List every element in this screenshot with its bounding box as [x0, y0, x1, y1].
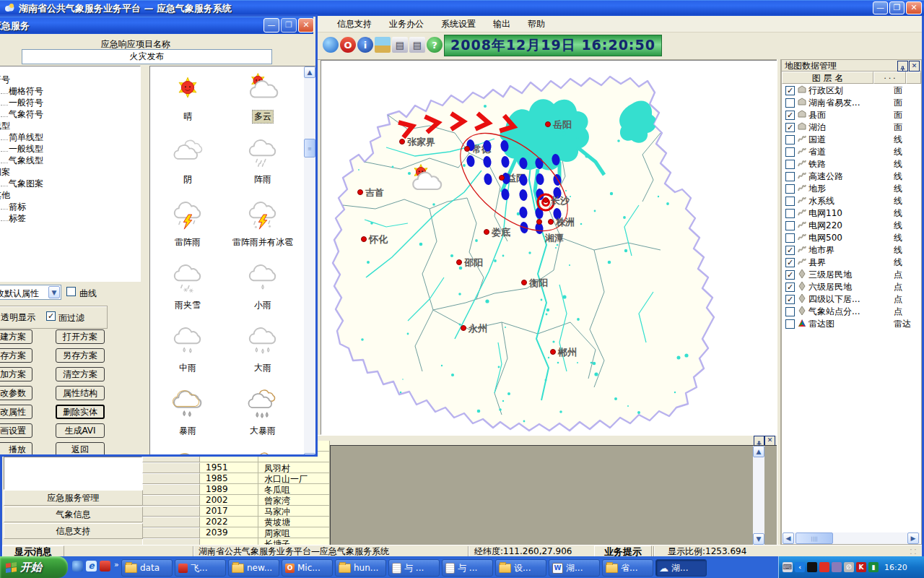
layer-row-气象站点分...[interactable]: 气象站点分...点 — [783, 306, 920, 318]
dialog-button-清空方案[interactable]: 清空方案 — [56, 367, 105, 381]
weather-item-暴雨[interactable]: 暴雨 — [152, 387, 224, 437]
table-row[interactable]: 1989冬瓜咀 — [142, 484, 330, 495]
layer-row-电网500[interactable]: 电网500线 — [783, 232, 920, 244]
layer-checkbox[interactable] — [785, 172, 795, 181]
task-button-飞...[interactable]: 飞... — [175, 559, 226, 577]
menu-item-系统设置[interactable]: 系统设置 — [432, 16, 484, 33]
tree-leaf-栅格符号[interactable]: 栅格符号 — [0, 85, 140, 97]
weather-item-阴[interactable]: 阴 — [152, 135, 224, 186]
symbol-tree-panel[interactable]: 符号栅格符号一般符号气象符号线型简单线型一般线型气象线型图案气象图案其他箭标标签 — [0, 66, 141, 282]
dialog-button-建方案[interactable]: 建方案 — [0, 329, 32, 344]
dialog-button-打开方案[interactable]: 打开方案 — [56, 329, 105, 344]
pin-icon[interactable] — [754, 436, 764, 446]
close-button[interactable]: ✕ — [906, 1, 922, 14]
tree-leaf-气象图案[interactable]: 气象图案 — [0, 178, 140, 189]
network-icon[interactable] — [832, 562, 842, 572]
layer-checkbox[interactable] — [785, 221, 795, 230]
info-icon[interactable]: i — [357, 37, 373, 53]
map-city-dot-吉首[interactable] — [358, 190, 363, 195]
qq-icon[interactable] — [807, 562, 817, 572]
layer-checkbox[interactable]: ✓ — [785, 86, 795, 95]
table-row[interactable]: 2002曾家湾 — [142, 495, 330, 506]
task-button-Mic...[interactable]: OMic... — [282, 559, 333, 577]
message-vscrollbar[interactable]: ▲ ▼ — [753, 446, 764, 545]
weather-item-extra12[interactable] — [152, 449, 224, 457]
dialog-button-返回[interactable]: 返回 — [56, 442, 105, 457]
weather-item-大雨[interactable]: 大雨 — [227, 324, 299, 374]
tree-node-0[interactable]: 符号 — [0, 74, 140, 85]
kaspersky-icon[interactable]: K — [856, 562, 866, 572]
print-preview-icon[interactable]: ▤ — [409, 37, 425, 53]
default-attr-dropdown[interactable]: 改默认属性 ▼ — [0, 285, 61, 300]
fetion-icon[interactable] — [819, 562, 829, 572]
menu-item-帮助[interactable]: 帮助 — [519, 16, 554, 33]
dialog-button-画设置[interactable]: 画设置 — [0, 423, 32, 438]
map-city-dot-娄底[interactable] — [484, 230, 489, 235]
table-row[interactable]: 1985水口山一厂 — [142, 473, 330, 484]
layer-row-国道[interactable]: 国道线 — [783, 134, 920, 146]
layer-row-电网220[interactable]: 电网220线 — [783, 220, 920, 232]
layer-checkbox[interactable] — [785, 307, 795, 316]
layer-row-铁路[interactable]: 铁路线 — [783, 158, 920, 171]
layer-row-六级居民地[interactable]: ✓六级居民地点 — [783, 281, 920, 293]
dialog-button-改属性[interactable]: 改属性 — [0, 405, 32, 419]
language-icon[interactable]: ‹ — [795, 562, 805, 572]
layer-checkbox[interactable] — [785, 233, 795, 243]
curve-checkbox[interactable] — [66, 287, 76, 296]
map-weather-suncloud-icon[interactable] — [409, 163, 443, 198]
map-city-dot-衡阳[interactable] — [522, 280, 527, 285]
layer-checkbox[interactable] — [785, 184, 795, 194]
weather-item-小雨[interactable]: 小雨 — [227, 261, 299, 311]
stop-icon[interactable]: O — [340, 37, 356, 53]
weather-item-大暴雨[interactable]: 大暴雨 — [227, 387, 299, 437]
weather-item-阵雨[interactable]: 阵雨 — [227, 135, 299, 186]
task-button-设...[interactable]: 设... — [495, 559, 546, 577]
weather-item-雷阵雨并有冰雹[interactable]: 雷阵雨并有冰雹 — [227, 198, 299, 249]
layer-checkbox[interactable]: ✓ — [785, 111, 795, 120]
weather-item-雷阵雨[interactable]: 雷阵雨 — [152, 198, 224, 249]
layer-row-县界[interactable]: ✓县界线 — [783, 256, 920, 269]
weather-item-雨夹雪[interactable]: 雨夹雪 — [152, 261, 224, 311]
dialog-maximize-button[interactable]: ❐ — [281, 18, 297, 33]
layer-row-三级居民地[interactable]: ✓三级居民地点 — [783, 269, 920, 281]
layer-row-高速公路[interactable]: 高速公路线 — [783, 171, 920, 183]
face-filter-checkbox[interactable]: ✓ — [46, 311, 56, 321]
layer-checkbox[interactable]: ✓ — [785, 295, 795, 304]
help-icon[interactable]: ? — [427, 37, 443, 53]
layer-checkbox[interactable] — [785, 319, 795, 329]
dialog-button-属性结构[interactable]: 属性结构 — [56, 386, 105, 400]
layer-checkbox[interactable] — [785, 160, 795, 169]
layer-row-电网110[interactable]: 电网110线 — [783, 207, 920, 220]
task-button-与 ...[interactable]: 与 ... — [388, 559, 440, 577]
layer-checkbox[interactable] — [785, 98, 795, 108]
tree-leaf-简单线型[interactable]: 简单线型 — [0, 131, 140, 143]
tree-node-3[interactable]: 其他 — [0, 189, 140, 201]
weather-symbol-panel[interactable]: 晴多云阴阵雨雷阵雨雷阵雨并有冰雹雨夹雪小雨中雨大雨暴雨大暴雨 ▲ ≡ ▼ — [149, 66, 318, 457]
minimize-button[interactable]: — — [873, 1, 888, 14]
start-button[interactable]: 开始 — [0, 556, 68, 578]
task-button-new...[interactable]: new... — [228, 559, 279, 577]
layer-row-省道[interactable]: 省道线 — [783, 146, 920, 158]
column-header-name[interactable]: 图 层 名 — [782, 72, 873, 84]
weather-item-中雨[interactable]: 中雨 — [152, 324, 224, 374]
red-app-icon[interactable] — [100, 561, 110, 571]
layer-checkbox[interactable]: ✓ — [785, 123, 795, 132]
task-button-hun...[interactable]: hun... — [335, 559, 386, 577]
layer-checkbox[interactable]: ✓ — [785, 258, 795, 267]
layer-checkbox[interactable]: ✓ — [785, 246, 795, 255]
layer-row-行政区划[interactable]: ✓行政区划面 — [783, 85, 920, 97]
column-header-clipped[interactable] — [906, 72, 921, 84]
layer-checkbox[interactable]: ✓ — [785, 282, 795, 292]
task-button-省...[interactable]: 省... — [602, 559, 653, 577]
tree-leaf-一般符号[interactable]: 一般符号 — [0, 97, 140, 108]
nav-item-应急服务管理[interactable]: 应急服务管理 — [4, 490, 143, 506]
menu-item-业务办公[interactable]: 业务办公 — [380, 16, 432, 33]
task-button-湖...[interactable]: ☁湖... — [655, 559, 707, 577]
tree-leaf-气象线型[interactable]: 气象线型 — [0, 155, 140, 166]
dialog-button-播放[interactable]: 播放 — [0, 442, 32, 457]
map-city-dot-岳阳[interactable] — [546, 122, 551, 127]
table-row[interactable]: 2039周家咀 — [142, 527, 330, 538]
task-button-湖...[interactable]: W湖... — [549, 559, 600, 577]
dialog-button-存方案[interactable]: 存方案 — [0, 348, 32, 363]
tree-leaf-箭标[interactable]: 箭标 — [0, 201, 140, 212]
